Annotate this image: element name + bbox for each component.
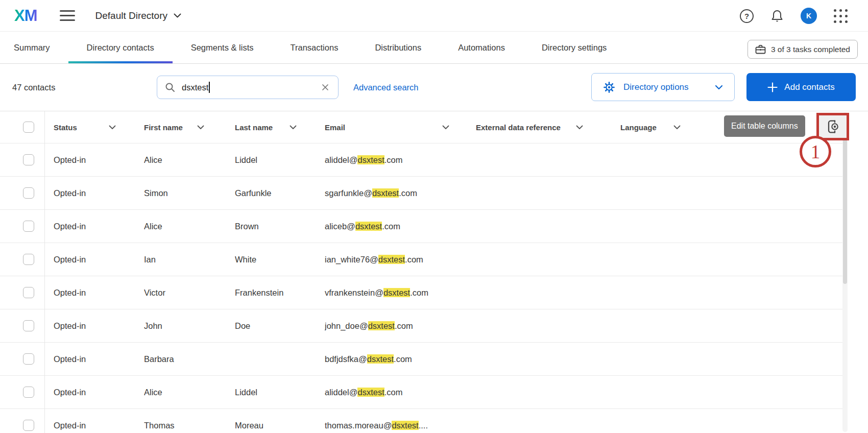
tab[interactable]: Distributions bbox=[356, 32, 440, 63]
advanced-search-link[interactable]: Advanced search bbox=[353, 64, 419, 111]
tabs: Summary Directory contacts Segments & li… bbox=[0, 32, 868, 63]
last-name-cell: Liddel bbox=[235, 155, 325, 165]
chevron-down-icon[interactable] bbox=[673, 125, 681, 130]
directory-contacts-page: XM Default Directory ? K bbox=[0, 0, 868, 433]
grid-apps-icon[interactable] bbox=[834, 9, 848, 23]
tab[interactable]: Automations bbox=[440, 32, 523, 63]
status-cell: Opted-in bbox=[44, 388, 144, 397]
edit-table-columns-tooltip: Edit table columns bbox=[724, 115, 805, 137]
table-scrollbar[interactable] bbox=[842, 112, 848, 432]
status-cell: Opted-in bbox=[44, 421, 144, 430]
user-avatar[interactable]: K bbox=[801, 8, 817, 24]
chevron-down-icon[interactable] bbox=[290, 125, 297, 130]
annotation-highlight-box bbox=[816, 113, 849, 140]
table-row[interactable]: Opted-in Barbara bdfjdsfka@dsxtest.com bbox=[0, 342, 843, 375]
select-all-checkbox[interactable] bbox=[23, 122, 34, 133]
last-name-cell: Garfunkle bbox=[235, 188, 325, 198]
row-checkbox[interactable] bbox=[23, 387, 34, 398]
chevron-down-icon[interactable] bbox=[109, 125, 116, 130]
first-name-cell: Victor bbox=[144, 288, 235, 298]
search-value: dsxtest bbox=[182, 83, 208, 92]
add-contacts-button[interactable]: Add contacts bbox=[746, 73, 856, 101]
column-header-label: External data reference bbox=[476, 123, 561, 132]
scrollbar-thumb[interactable] bbox=[843, 115, 847, 284]
row-checkbox-cell bbox=[0, 221, 44, 232]
row-checkbox[interactable] bbox=[23, 221, 34, 232]
status-cell: Opted-in bbox=[44, 288, 144, 298]
row-checkbox-cell bbox=[0, 420, 44, 431]
bell-icon bbox=[770, 9, 784, 23]
first-name-cell: Thomas bbox=[144, 421, 235, 430]
last-name-cell: Liddel bbox=[235, 388, 325, 397]
email-cell: aliddel@dsxtest.com bbox=[325, 155, 476, 165]
tasks-completed-button[interactable]: 3 of 3 tasks completed bbox=[748, 40, 858, 59]
directory-selector[interactable]: Default Directory bbox=[95, 10, 182, 21]
column-header[interactable]: First name bbox=[144, 123, 235, 132]
table-row[interactable]: Opted-in Thomas Moreau thomas.moreau@dsx… bbox=[0, 408, 843, 433]
annotation-step-circle: 1 bbox=[800, 136, 831, 167]
edit-columns-button[interactable] bbox=[819, 115, 847, 138]
row-checkbox[interactable] bbox=[23, 154, 34, 165]
column-header-label: First name bbox=[144, 123, 183, 132]
table-row[interactable]: Opted-in Simon Garfunkle sgarfunkle@dsxt… bbox=[0, 176, 843, 209]
table-row[interactable]: Opted-in Victor Frankenstein vfrankenste… bbox=[0, 276, 843, 309]
contacts-table: Status First name Last name bbox=[0, 111, 868, 433]
notifications-button[interactable] bbox=[770, 9, 784, 23]
column-header[interactable]: Status bbox=[44, 123, 144, 132]
hamburger-menu-icon[interactable] bbox=[60, 8, 75, 23]
status-cell: Opted-in bbox=[44, 354, 144, 364]
search-match-highlight: dsxtest bbox=[367, 354, 394, 364]
clear-x-icon bbox=[322, 84, 329, 91]
row-checkbox[interactable] bbox=[23, 420, 34, 431]
tab[interactable]: Summary bbox=[0, 32, 68, 63]
chevron-down-icon[interactable] bbox=[197, 125, 204, 130]
search-input[interactable]: dsxtest bbox=[157, 76, 339, 99]
contacts-count: 47 contacts bbox=[12, 64, 55, 111]
email-cell: aliddel@dsxtest.com bbox=[325, 388, 476, 397]
row-checkbox[interactable] bbox=[23, 287, 34, 298]
clear-search-button[interactable] bbox=[320, 82, 331, 93]
first-name-cell: Alice bbox=[144, 388, 235, 397]
table-row[interactable]: Opted-in Ian White ian_white76@dsxtest.c… bbox=[0, 243, 843, 276]
row-checkbox[interactable] bbox=[23, 254, 34, 265]
column-header[interactable]: Email bbox=[325, 123, 476, 132]
column-header[interactable]: Last name bbox=[235, 123, 325, 132]
email-cell: sgarfunkle@dsxtest.com bbox=[325, 188, 476, 198]
chevron-down-icon[interactable] bbox=[576, 125, 583, 130]
column-header-label: Language bbox=[620, 123, 657, 132]
row-checkbox[interactable] bbox=[23, 320, 34, 331]
top-bar: XM Default Directory ? K bbox=[0, 0, 868, 32]
table-row[interactable]: Opted-in John Doe john_doe@dsxtest.com bbox=[0, 309, 843, 342]
table-row[interactable]: Opted-in Alice Liddel aliddel@dsxtest.co… bbox=[0, 143, 843, 176]
first-name-cell: Ian bbox=[144, 255, 235, 264]
first-name-cell: Simon bbox=[144, 188, 235, 198]
last-name-cell: Moreau bbox=[235, 421, 325, 430]
table-row[interactable]: Opted-in Alice Liddel aliddel@dsxtest.co… bbox=[0, 375, 843, 408]
first-name-cell: John bbox=[144, 321, 235, 331]
directory-options-label: Directory options bbox=[623, 82, 689, 92]
column-visibility-icon bbox=[826, 118, 840, 135]
table-row[interactable]: Opted-in Alice Brown aliceb@dsxtest.com bbox=[0, 209, 843, 243]
status-cell: Opted-in bbox=[44, 155, 144, 165]
xm-logo[interactable]: XM bbox=[14, 7, 37, 25]
column-header-label: Email bbox=[325, 123, 345, 132]
row-checkbox[interactable] bbox=[23, 187, 34, 199]
tab[interactable]: Directory contacts bbox=[68, 32, 173, 63]
search-match-highlight: dsxtest bbox=[383, 288, 410, 297]
tab[interactable]: Directory settings bbox=[523, 32, 625, 63]
table-body: Opted-in Alice Liddel aliddel@dsxtest.co… bbox=[0, 143, 843, 433]
column-header-label: Status bbox=[54, 123, 77, 132]
search-icon bbox=[164, 82, 176, 93]
tab-label: Distributions bbox=[375, 43, 421, 53]
row-checkbox[interactable] bbox=[23, 353, 34, 365]
status-cell: Opted-in bbox=[44, 321, 144, 331]
chevron-down-icon[interactable] bbox=[442, 125, 449, 130]
column-header[interactable]: External data reference bbox=[476, 123, 620, 132]
directory-options-button[interactable]: Directory options bbox=[591, 73, 735, 101]
tab[interactable]: Segments & lists bbox=[173, 32, 272, 63]
tab[interactable]: Transactions bbox=[272, 32, 357, 63]
email-cell: thomas.moreau@dsxtest.... bbox=[325, 421, 476, 430]
last-name-cell: White bbox=[235, 255, 325, 264]
contacts-toolbar: 47 contacts dsxtest Advanced search bbox=[0, 64, 868, 111]
help-button[interactable]: ? bbox=[740, 9, 754, 23]
